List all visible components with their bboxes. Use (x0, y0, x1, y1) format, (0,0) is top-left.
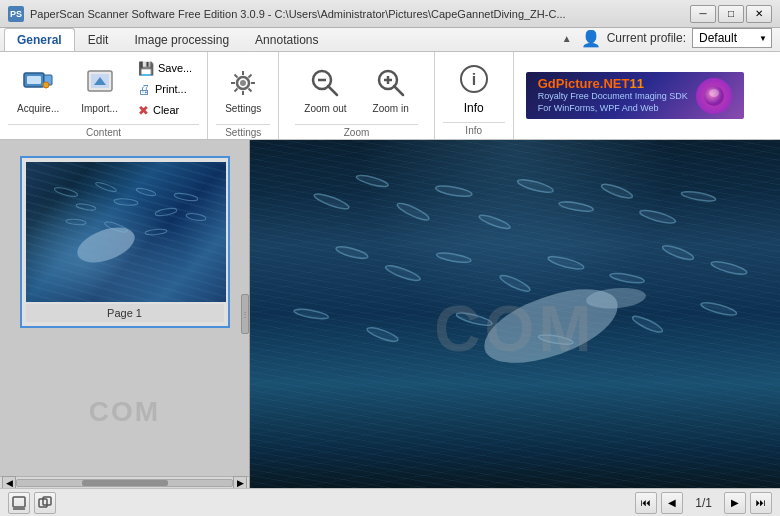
import-button[interactable]: Import... (72, 56, 127, 122)
window-controls: ─ □ ✕ (690, 5, 772, 23)
tab-image-processing[interactable]: Image processing (121, 28, 242, 51)
page-info: 1/1 (687, 496, 720, 510)
tab-general[interactable]: General (4, 28, 75, 51)
last-page-button[interactable]: ⏭ (750, 492, 772, 514)
gdpicture-icon (696, 78, 732, 114)
zoom-in-icon (373, 65, 409, 101)
info-label: Info (464, 101, 484, 115)
first-page-button[interactable]: ⏮ (635, 492, 657, 514)
svg-point-32 (135, 187, 156, 197)
svg-line-23 (394, 86, 403, 95)
settings-group-label: Settings (216, 124, 270, 141)
svg-point-28 (53, 186, 78, 198)
scrollbar-track[interactable] (16, 479, 233, 487)
svg-point-31 (113, 198, 137, 206)
status-icon-2[interactable] (34, 492, 56, 514)
settings-button[interactable]: Settings (216, 56, 270, 122)
ribbon-group-content: Acquire... Import... 💾 Save... (0, 52, 208, 139)
svg-point-3 (43, 82, 49, 88)
svg-point-8 (240, 80, 246, 86)
profile-label: Current profile: (607, 31, 686, 45)
svg-point-42 (435, 184, 473, 198)
svg-point-59 (455, 310, 493, 327)
thumbnail-panel: Page 1 COM ◀ ▶ ⋮ (0, 140, 250, 488)
svg-point-30 (94, 181, 116, 193)
thumbnail-gannet-shape (72, 221, 139, 270)
clear-label: Clear (153, 104, 179, 116)
print-icon: 🖨 (138, 82, 151, 97)
svg-point-29 (75, 203, 96, 211)
svg-point-43 (478, 213, 511, 231)
thumbnail-image (26, 162, 226, 302)
gdpicture-banner[interactable]: GdPicture.NET11 Royalty Free Document Im… (526, 72, 744, 118)
save-button[interactable]: 💾 Save... (131, 58, 199, 78)
info-group: i Info Info (435, 52, 514, 139)
panel-resize-handle[interactable]: ⋮ (241, 294, 249, 334)
thumbnail-page-label: Page 1 (26, 304, 224, 322)
main-area: Page 1 COM ◀ ▶ ⋮ (0, 140, 780, 488)
save-print-clear-column: 💾 Save... 🖨 Print... ✖ Clear (131, 56, 199, 122)
maximize-button[interactable]: □ (718, 5, 744, 23)
tab-edit[interactable]: Edit (75, 28, 122, 51)
svg-point-55 (661, 243, 694, 262)
collapse-ribbon-button[interactable]: ▲ (559, 30, 575, 46)
minimize-button[interactable]: ─ (690, 5, 716, 23)
next-page-button[interactable]: ▶ (724, 492, 746, 514)
svg-point-49 (335, 244, 369, 260)
svg-point-37 (144, 229, 166, 236)
import-icon (82, 65, 118, 101)
svg-point-39 (313, 191, 350, 211)
svg-point-51 (436, 251, 471, 264)
scroll-right-button[interactable]: ▶ (233, 476, 247, 489)
svg-point-45 (558, 200, 593, 213)
ribbon-group-content-inner: Acquire... Import... 💾 Save... (8, 56, 199, 122)
status-icon-1[interactable] (8, 492, 30, 514)
thumbnail-scrollbar[interactable]: ◀ ▶ (0, 476, 249, 488)
status-left-icons (8, 492, 56, 514)
svg-point-54 (609, 272, 644, 285)
svg-point-33 (154, 207, 177, 217)
save-label: Save... (158, 62, 192, 74)
import-label: Import... (81, 103, 118, 114)
print-label: Print... (155, 83, 187, 95)
svg-rect-63 (13, 497, 25, 507)
svg-point-58 (366, 325, 399, 344)
profile-dropdown[interactable]: Default ▼ (692, 28, 772, 48)
prev-page-button[interactable]: ◀ (661, 492, 683, 514)
status-bar: ⏮ ◀ 1/1 ▶ ⏭ (0, 488, 780, 516)
clear-icon: ✖ (138, 103, 149, 118)
svg-point-27 (709, 89, 719, 97)
svg-point-53 (547, 254, 585, 271)
dropdown-chevron-icon: ▼ (759, 34, 767, 43)
svg-point-44 (517, 177, 555, 194)
print-button[interactable]: 🖨 Print... (131, 79, 199, 99)
person-icon: 👤 (581, 29, 601, 48)
ribbon-group-zoom: Zoom out Zoom in Zoom (279, 52, 434, 139)
thumbnail-container[interactable]: Page 1 COM (0, 140, 249, 476)
svg-point-56 (710, 259, 748, 276)
acquire-icon (20, 65, 56, 101)
acquire-label: Acquire... (17, 103, 59, 114)
thumbnail-item[interactable]: Page 1 (20, 156, 230, 328)
tab-annotations[interactable]: Annotations (242, 28, 331, 51)
acquire-button[interactable]: Acquire... (8, 56, 68, 122)
zoom-in-button[interactable]: Zoom in (364, 56, 418, 122)
ribbon-right: ▲ 👤 Current profile: Default ▼ (559, 28, 780, 51)
close-button[interactable]: ✕ (746, 5, 772, 23)
clear-button[interactable]: ✖ Clear (131, 100, 199, 120)
svg-point-41 (396, 201, 431, 223)
info-button[interactable]: i Info (443, 56, 505, 120)
zoom-out-button[interactable]: Zoom out (295, 56, 355, 122)
svg-point-47 (639, 208, 677, 225)
info-group-label: Info (443, 122, 505, 139)
svg-point-57 (293, 307, 328, 320)
thumbnail-watermark: COM (89, 396, 160, 428)
profile-value: Default (699, 31, 737, 45)
gdpicture-logo: GdPicture.NET11 (538, 76, 688, 91)
scroll-left-button[interactable]: ◀ (2, 476, 16, 489)
scrollbar-thumb[interactable] (82, 480, 168, 486)
settings-icon (225, 65, 261, 101)
svg-point-61 (631, 314, 664, 335)
svg-rect-2 (27, 76, 41, 84)
svg-line-15 (249, 74, 252, 77)
